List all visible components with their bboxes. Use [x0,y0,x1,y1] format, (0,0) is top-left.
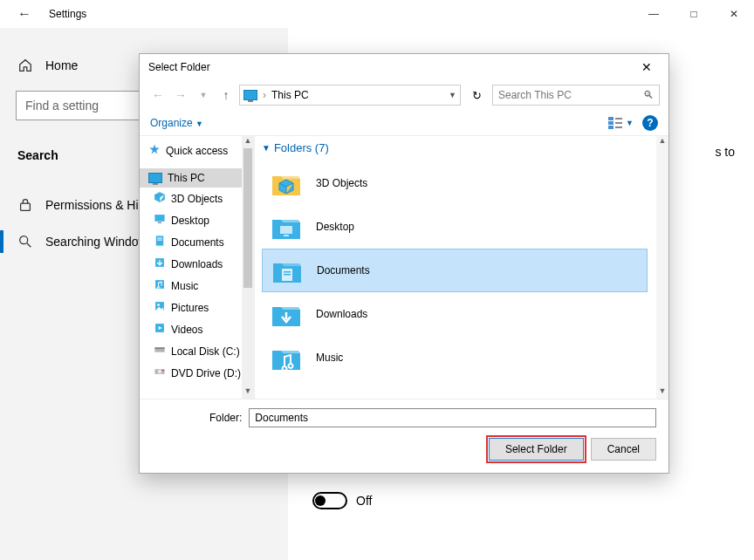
file-list-area: ▼ Folders (7) 3D ObjectsDesktopDocuments… [255,136,668,399]
folder-item[interactable]: Downloads [262,292,648,336]
tree-item[interactable]: Pictures [140,297,254,318]
dialog-close-button[interactable]: ✕ [634,60,660,74]
nav-searching-label: Searching Windows [45,235,154,249]
svg-rect-6 [615,122,622,124]
folder-icon [269,342,304,373]
svg-rect-5 [608,121,613,125]
down-icon [154,256,166,271]
tree-item[interactable]: Documents [140,231,254,253]
svg-rect-13 [157,240,162,241]
nav-recent-dropdown[interactable]: ▼ [194,85,213,105]
scroll-up-icon[interactable]: ▲ [656,136,668,148]
path-segment[interactable]: This PC [271,89,309,101]
tree-item[interactable]: Local Disk (C:) [140,340,254,362]
disk-icon [154,344,166,359]
tree-label: Desktop [171,215,209,227]
video-icon [154,322,166,337]
tree-label: Downloads [171,258,223,270]
folder-label: Downloads [316,308,367,320]
folder-label: Music [316,352,343,364]
svg-rect-4 [615,118,622,120]
monitor-icon [148,173,162,183]
dialog-titlebar: Select Folder ✕ [140,54,668,80]
tree-item[interactable]: Music [140,275,254,297]
svg-rect-11 [156,236,163,245]
svg-point-23 [158,370,161,373]
scroll-down-icon[interactable]: ▼ [656,386,668,399]
svg-rect-3 [608,117,613,120]
help-button[interactable]: ? [642,115,658,131]
search-icon [17,234,33,249]
svg-rect-8 [615,126,622,128]
svg-rect-0 [21,203,31,210]
folder-item[interactable]: Desktop [262,205,648,249]
nav-up-button[interactable]: ↑ [216,85,236,105]
tree-item[interactable]: DVD Drive (D:) ES [140,362,254,384]
tree-item[interactable]: 3D Objects [140,188,254,209]
tree-item[interactable]: Desktop [140,209,254,231]
navigation-tree[interactable]: Quick accessThis PC3D ObjectsDesktopDocu… [140,136,255,399]
svg-rect-26 [284,235,289,236]
folder-item[interactable]: Documents [262,249,648,292]
svg-rect-9 [154,215,164,222]
maximize-button[interactable]: □ [674,0,714,28]
svg-point-21 [162,351,163,352]
refresh-button[interactable]: ↻ [464,85,489,106]
power-mode-toggle[interactable]: Off [312,492,730,509]
scroll-thumb[interactable] [243,148,252,288]
tree-item[interactable]: This PC [140,168,254,188]
chevron-down-icon: ▼ [195,120,203,128]
organize-menu[interactable]: Organize ▼ [150,117,203,129]
tree-label: 3D Objects [171,193,223,205]
dialog-toolbar: Organize ▼ ▼ ? [140,110,668,136]
tree-label: Documents [171,236,224,249]
select-folder-button[interactable]: Select Folder [489,438,584,461]
folders-group-header[interactable]: ▼ Folders (7) [255,136,668,160]
find-placeholder: Find a setting [25,99,99,113]
folder-name-input[interactable] [249,408,656,427]
view-options-button[interactable]: ▼ [608,117,634,129]
file-scrollbar[interactable]: ▲ ▼ [656,136,668,399]
svg-rect-20 [154,347,164,349]
toggle-state: Off [356,494,372,508]
tree-label: This PC [168,172,205,184]
tree-item[interactable]: Quick access [140,140,254,161]
folder-item[interactable]: Music [262,336,648,379]
close-button[interactable]: ✕ [714,0,754,28]
chevron-down-icon: ▼ [626,119,634,127]
folder-item[interactable]: 3D Objects [262,161,648,205]
dialog-bottom: Folder: Select Folder Cancel [140,399,668,473]
address-path[interactable]: › This PC ▼ [239,85,461,106]
tree-item[interactable]: Downloads [140,253,254,275]
home-label: Home [45,58,78,72]
minimize-button[interactable]: ― [634,0,674,28]
this-pc-icon [243,90,257,100]
search-placeholder: Search This PC [498,89,572,101]
tree-label: Quick access [166,145,228,157]
tree-label: Pictures [171,302,209,314]
dialog-search[interactable]: Search This PC 🔍︎ [492,85,660,106]
svg-rect-10 [158,222,161,223]
folder-icon [269,167,304,199]
folder-label: Desktop [316,221,354,233]
star-icon [148,143,161,158]
tree-scrollbar[interactable]: ▲ ▼ [242,136,254,399]
tree-item[interactable]: Videos [140,318,254,340]
back-button[interactable]: ← [14,6,35,22]
window-title: Settings [49,8,86,20]
scroll-up-icon[interactable]: ▲ [242,136,254,148]
lock-icon [17,197,33,213]
folders-header-label: Folders (7) [274,141,329,154]
nav-forward-button: → [171,85,190,105]
svg-point-1 [20,236,28,244]
svg-rect-24 [162,370,164,371]
select-folder-dialog: Select Folder ✕ ← → ▼ ↑ › This PC ▼ ↻ Se… [139,53,669,474]
tree-label: Videos [171,324,202,336]
chevron-down-icon[interactable]: ▼ [449,91,456,99]
svg-line-2 [27,243,31,248]
tree-label: Local Disk (C:) [171,345,240,358]
cancel-button[interactable]: Cancel [591,438,656,461]
scroll-down-icon[interactable]: ▼ [242,386,254,399]
dvd-icon [154,365,166,380]
nav-back-button[interactable]: ← [148,85,168,105]
